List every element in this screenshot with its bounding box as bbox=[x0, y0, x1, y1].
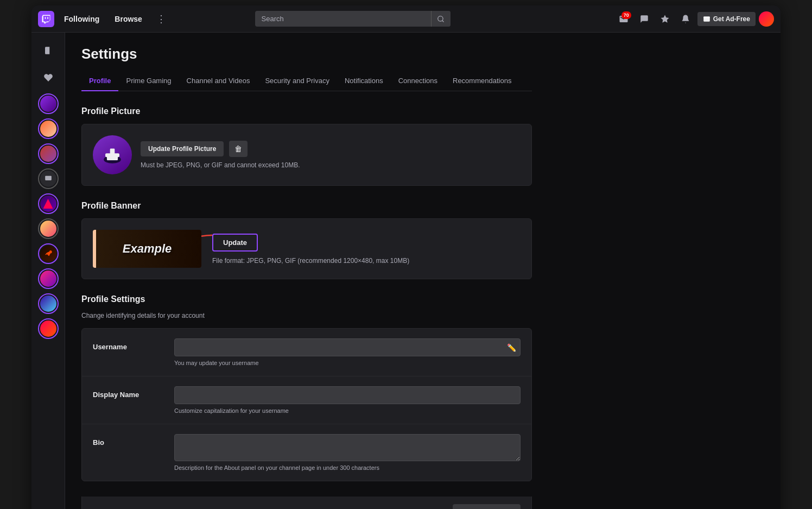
sidebar-avatar-8[interactable] bbox=[38, 268, 59, 289]
bio-textarea[interactable] bbox=[174, 434, 521, 461]
username-row: Username ✏️ You may update your username bbox=[82, 329, 531, 376]
update-banner-button[interactable]: Update bbox=[212, 234, 258, 252]
profile-pic-buttons: Update Profile Picture 🗑 bbox=[141, 141, 300, 157]
username-hint: You may update your username bbox=[174, 360, 521, 366]
banner-arrow-container: Update bbox=[212, 234, 409, 252]
more-nav-dots[interactable]: ⋮ bbox=[152, 11, 170, 27]
username-label: Username bbox=[93, 338, 163, 351]
username-edit-icon[interactable]: ✏️ bbox=[507, 343, 516, 352]
sidebar-avatar-10[interactable] bbox=[38, 318, 59, 339]
tab-channel-videos[interactable]: Channel and Videos bbox=[179, 71, 258, 91]
sidebar-avatar-4[interactable] bbox=[38, 168, 59, 189]
page-title: Settings bbox=[81, 46, 532, 62]
banner-update-col: Update File format: JPEG, PNG, GIF (reco… bbox=[212, 234, 409, 265]
profile-picture-card: Update Profile Picture 🗑 Must be JPEG, P… bbox=[81, 124, 532, 186]
display-name-label: Display Name bbox=[93, 386, 163, 399]
notifications-button[interactable] bbox=[677, 10, 694, 28]
banner-preview: Example bbox=[93, 230, 201, 268]
sidebar-avatar-2[interactable] bbox=[38, 118, 59, 139]
form-footer: Save Changes bbox=[81, 497, 532, 509]
main-layout: Settings Profile Prime Gaming Channel an… bbox=[31, 33, 781, 509]
tab-connections[interactable]: Connections bbox=[391, 71, 445, 91]
display-name-field-col: Customize capitalization for your userna… bbox=[174, 386, 521, 414]
sidebar-favorites-icon[interactable] bbox=[36, 65, 61, 90]
sidebar bbox=[31, 33, 65, 509]
top-nav: Following Browse ⋮ 70 bbox=[31, 5, 781, 33]
svg-rect-1 bbox=[45, 176, 52, 180]
search-submit-button[interactable] bbox=[431, 11, 451, 27]
profile-banner-card: Example bbox=[81, 218, 532, 279]
banner-example-text: Example bbox=[123, 242, 172, 256]
settings-tabs: Profile Prime Gaming Channel and Videos … bbox=[81, 71, 532, 91]
username-field-col: ✏️ You may update your username bbox=[174, 338, 521, 366]
profile-settings-form: Username ✏️ You may update your username… bbox=[81, 328, 532, 481]
banner-row: Example bbox=[93, 230, 521, 268]
profile-picture-preview bbox=[93, 135, 132, 174]
browser-frame: Following Browse ⋮ 70 bbox=[31, 5, 781, 509]
svg-rect-0 bbox=[703, 16, 710, 21]
crown-button[interactable] bbox=[656, 10, 674, 28]
user-avatar-nav[interactable] bbox=[759, 11, 774, 27]
username-field-wrapper: ✏️ bbox=[174, 338, 521, 356]
notif-count-badge: 70 bbox=[621, 11, 631, 19]
bio-row: Bio Description for the About panel on y… bbox=[82, 424, 531, 481]
content-area: Settings Profile Prime Gaming Channel an… bbox=[65, 33, 781, 509]
display-name-input[interactable] bbox=[174, 386, 521, 404]
bio-hint: Description for the About panel on your … bbox=[174, 464, 521, 471]
nav-right-icons: 70 Get Ad-Free bbox=[615, 10, 774, 28]
profile-picture-hint: Must be JPEG, PNG, or GIF and cannot exc… bbox=[141, 161, 300, 169]
settings-container: Settings Profile Prime Gaming Channel an… bbox=[65, 33, 554, 509]
sidebar-avatar-6[interactable] bbox=[38, 218, 59, 239]
profile-pic-row: Update Profile Picture 🗑 Must be JPEG, P… bbox=[93, 135, 521, 174]
sidebar-avatar-5[interactable] bbox=[38, 193, 59, 214]
anvil-icon bbox=[100, 142, 125, 167]
tab-prime-gaming[interactable]: Prime Gaming bbox=[118, 71, 179, 91]
update-profile-picture-button[interactable]: Update Profile Picture bbox=[141, 141, 224, 156]
username-input[interactable] bbox=[174, 338, 521, 356]
twitch-logo[interactable] bbox=[38, 11, 54, 27]
profile-pic-actions: Update Profile Picture 🗑 Must be JPEG, P… bbox=[141, 141, 300, 169]
bio-field-col: Description for the About panel on your … bbox=[174, 434, 521, 471]
tab-recommendations[interactable]: Recommendations bbox=[445, 71, 519, 91]
display-name-row: Display Name Customize capitalization fo… bbox=[82, 376, 531, 424]
delete-profile-picture-button[interactable]: 🗑 bbox=[229, 141, 248, 157]
banner-file-hint: File format: JPEG, PNG, GIF (recommended… bbox=[212, 257, 409, 265]
inbox-button[interactable] bbox=[636, 10, 653, 28]
profile-picture-inner bbox=[93, 135, 132, 174]
profile-banner-title: Profile Banner bbox=[81, 201, 532, 211]
display-name-hint: Customize capitalization for your userna… bbox=[174, 407, 521, 414]
tab-profile[interactable]: Profile bbox=[81, 71, 118, 91]
sidebar-avatar-1[interactable] bbox=[38, 93, 59, 114]
bio-label: Bio bbox=[93, 434, 163, 447]
get-ad-free-button[interactable]: Get Ad-Free bbox=[697, 12, 756, 26]
tab-notifications[interactable]: Notifications bbox=[337, 71, 391, 91]
sidebar-avatar-7[interactable] bbox=[38, 243, 59, 264]
svg-rect-5 bbox=[110, 149, 115, 154]
tab-security-privacy[interactable]: Security and Privacy bbox=[257, 71, 337, 91]
sidebar-avatar-3[interactable] bbox=[38, 143, 59, 164]
banner-accent bbox=[93, 230, 96, 268]
profile-picture-title: Profile Picture bbox=[81, 106, 532, 116]
following-nav-link[interactable]: Following bbox=[59, 11, 105, 27]
search-input[interactable] bbox=[255, 11, 451, 27]
profile-settings-title: Profile Settings bbox=[81, 294, 532, 304]
sidebar-avatar-9[interactable] bbox=[38, 293, 59, 314]
activity-feed-button[interactable]: 70 bbox=[615, 10, 632, 28]
browse-nav-link[interactable]: Browse bbox=[109, 11, 148, 27]
sidebar-collapse-icon[interactable] bbox=[36, 38, 61, 63]
search-bar-container bbox=[255, 11, 451, 27]
profile-settings-subtitle: Change identifying details for your acco… bbox=[81, 312, 532, 319]
save-changes-button[interactable]: Save Changes bbox=[453, 504, 521, 509]
